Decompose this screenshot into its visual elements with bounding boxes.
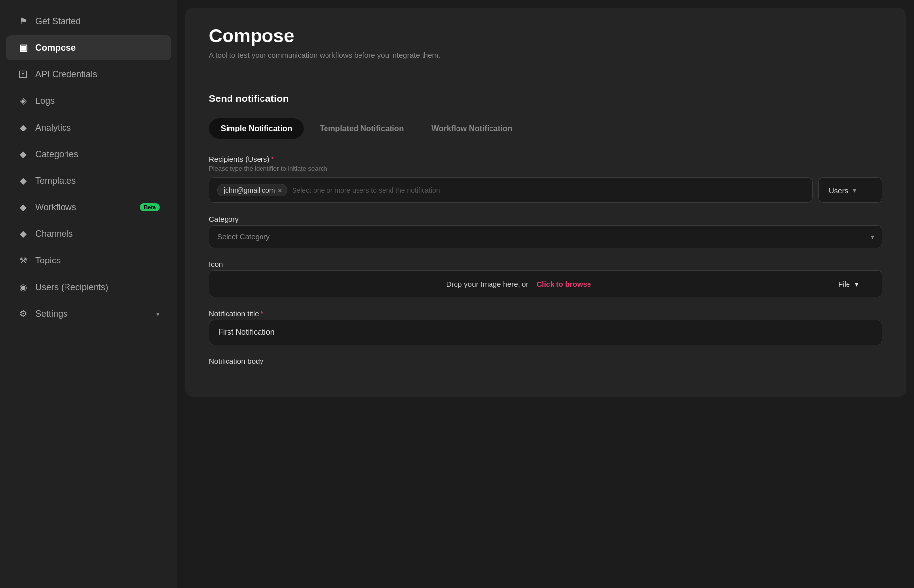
form-section: Send notification Simple Notification Te… [185, 77, 906, 397]
notification-title-input[interactable] [209, 320, 882, 345]
recipients-label: Recipients (Users)* [209, 155, 882, 163]
icon-label: Icon [209, 260, 882, 268]
topics-icon: ⚒ [18, 255, 29, 266]
sidebar-item-label-api-credentials: API Credentials [35, 69, 160, 80]
recipient-tag[interactable]: john@gmail.com × [217, 184, 287, 196]
sidebar-item-label-get-started: Get Started [35, 16, 160, 27]
tab-templated[interactable]: Templated Notification [308, 118, 416, 139]
categories-icon: ◆ [18, 149, 29, 160]
sidebar-item-label-analytics: Analytics [35, 123, 160, 133]
notification-body-label: Notification body [209, 357, 882, 365]
notification-body-field-group: Notification body [209, 357, 882, 365]
tabs-container: Simple Notification Templated Notificati… [209, 118, 882, 139]
tag-close-icon[interactable]: × [278, 187, 282, 194]
page-title: Compose [209, 26, 882, 47]
tab-workflow[interactable]: Workflow Notification [420, 118, 524, 139]
workflows-badge: Beta [140, 203, 160, 211]
sidebar-item-label-logs: Logs [35, 96, 160, 106]
category-select[interactable]: Select Category ▾ [209, 225, 882, 248]
sidebar-item-label-settings: Settings [35, 309, 149, 319]
sidebar-item-label-channels: Channels [35, 229, 160, 239]
main-content: Compose A tool to test your communicatio… [177, 0, 914, 588]
icon-upload-row: Drop your Image here, or Click to browse… [209, 270, 882, 297]
settings-arrow-icon: ▾ [156, 310, 160, 318]
sidebar-item-users-recipients[interactable]: ◉Users (Recipients) [6, 275, 171, 299]
sidebar-item-logs[interactable]: ◈Logs [6, 89, 171, 113]
icon-field-group: Icon Drop your Image here, or Click to b… [209, 260, 882, 297]
sidebar-item-topics[interactable]: ⚒Topics [6, 248, 171, 273]
upload-type-dropdown[interactable]: File ▾ [828, 271, 882, 297]
sidebar-item-analytics[interactable]: ◆Analytics [6, 115, 171, 140]
sidebar-item-api-credentials[interactable]: ⚿API Credentials [6, 62, 171, 87]
recipients-placeholder: Select one or more users to send the not… [292, 186, 440, 194]
sidebar-item-categories[interactable]: ◆Categories [6, 142, 171, 166]
sidebar-item-label-workflows: Workflows [35, 202, 133, 213]
recipients-row: john@gmail.com × Select one or more user… [209, 177, 882, 203]
settings-icon: ⚙ [18, 308, 29, 319]
sidebar-item-channels[interactable]: ◆Channels [6, 222, 171, 246]
sidebar-item-label-compose: Compose [35, 43, 160, 53]
sidebar-item-templates[interactable]: ◆Templates [6, 168, 171, 193]
sidebar-item-workflows[interactable]: ◆WorkflowsBeta [6, 195, 171, 220]
icon-upload-area[interactable]: Drop your Image here, or Click to browse [209, 271, 828, 297]
page-header: Compose A tool to test your communicatio… [185, 8, 906, 77]
workflows-icon: ◆ [18, 202, 29, 213]
page-subtitle: A tool to test your communication workfl… [209, 51, 882, 59]
sidebar-item-label-categories: Categories [35, 149, 160, 160]
sidebar-item-settings[interactable]: ⚙Settings▾ [6, 301, 171, 326]
api-credentials-icon: ⚿ [18, 69, 29, 80]
sidebar: ⚑Get Started▣Compose⚿API Credentials◈Log… [0, 0, 177, 588]
notification-title-label: Notification title* [209, 309, 882, 318]
logs-icon: ◈ [18, 96, 29, 106]
recipients-input[interactable]: john@gmail.com × Select one or more user… [209, 177, 813, 203]
channels-icon: ◆ [18, 229, 29, 239]
category-field-group: Category Select Category ▾ [209, 215, 882, 248]
chevron-down-icon: ▾ [855, 280, 859, 289]
compose-icon: ▣ [18, 42, 29, 53]
sidebar-item-label-users-recipients: Users (Recipients) [35, 282, 160, 293]
sidebar-item-label-templates: Templates [35, 176, 160, 186]
section-title: Send notification [209, 93, 882, 104]
sidebar-item-compose[interactable]: ▣Compose [6, 35, 171, 60]
recipients-type-dropdown[interactable]: Users ▾ [818, 177, 882, 203]
analytics-icon: ◆ [18, 122, 29, 133]
click-to-browse[interactable]: Click to browse [536, 280, 591, 288]
notification-title-field-group: Notification title* [209, 309, 882, 345]
recipients-hint: Please type the identifier to initiate s… [209, 165, 882, 172]
sidebar-item-get-started[interactable]: ⚑Get Started [6, 9, 171, 33]
tab-simple[interactable]: Simple Notification [209, 118, 304, 139]
users-recipients-icon: ◉ [18, 282, 29, 293]
chevron-down-icon: ▾ [871, 233, 874, 241]
templates-icon: ◆ [18, 175, 29, 186]
category-label: Category [209, 215, 882, 223]
sidebar-item-label-topics: Topics [35, 256, 160, 266]
tag-label: john@gmail.com [224, 186, 275, 194]
recipients-field-group: Recipients (Users)* Please type the iden… [209, 155, 882, 203]
get-started-icon: ⚑ [18, 16, 29, 27]
chevron-down-icon: ▾ [853, 186, 856, 194]
